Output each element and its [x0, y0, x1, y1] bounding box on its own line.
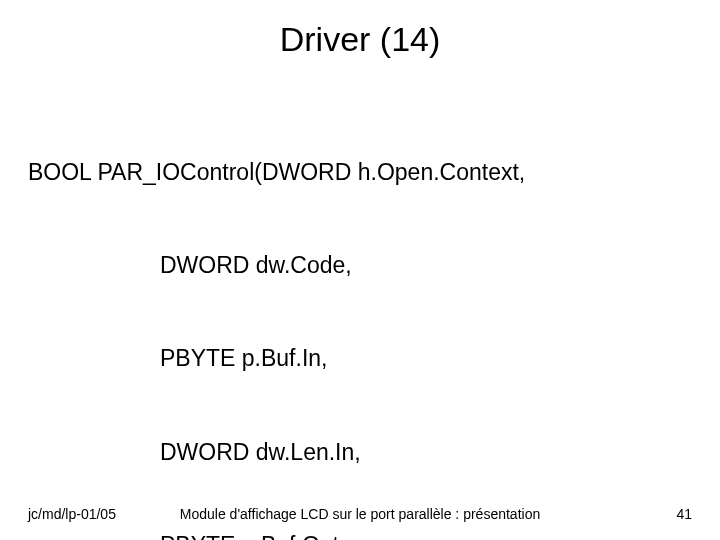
- code-line-sig4: PBYTE p.Buf.Out,: [160, 530, 525, 540]
- code-line-sig3: DWORD dw.Len.In,: [160, 437, 525, 468]
- code-line-sig1: DWORD dw.Code,: [160, 250, 525, 281]
- footer-page-number: 41: [676, 506, 692, 522]
- code-line-sig2: PBYTE p.Buf.In,: [160, 343, 525, 374]
- footer-left: jc/md/lp-01/05: [28, 506, 116, 522]
- slide: Driver (14) BOOL PAR_IOControl(DWORD h.O…: [0, 0, 720, 540]
- footer: jc/md/lp-01/05 Module d'affichage LCD su…: [28, 506, 692, 522]
- slide-title: Driver (14): [0, 20, 720, 59]
- code-block: BOOL PAR_IOControl(DWORD h.Open.Context,…: [28, 95, 525, 540]
- footer-center: Module d'affichage LCD sur le port paral…: [28, 506, 692, 522]
- code-line-sig0: BOOL PAR_IOControl(DWORD h.Open.Context,: [28, 157, 525, 188]
